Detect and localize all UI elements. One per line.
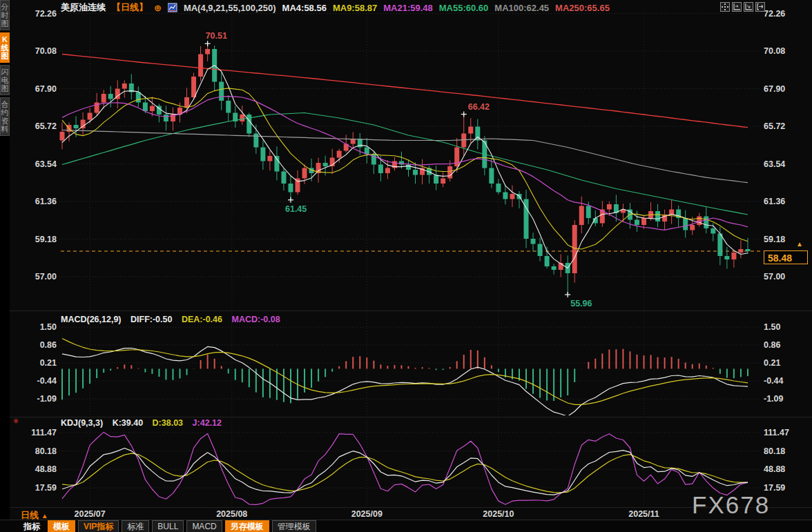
svg-text:80.18: 80.18: [764, 446, 785, 456]
svg-text:-1.09: -1.09: [37, 394, 57, 404]
chart-canvas[interactable]: 70.5166.4261.4555.9672.2672.2670.0870.08…: [0, 0, 812, 532]
axis-labels: 72.2672.2670.0870.0867.9067.9065.7265.72…: [31, 9, 789, 520]
ma21-value: MA21:59.48: [383, 3, 433, 13]
svg-text:61.45: 61.45: [285, 204, 307, 214]
svg-text:59.18: 59.18: [35, 235, 57, 244]
svg-text:67.90: 67.90: [35, 84, 57, 94]
svg-text:2025/07: 2025/07: [75, 509, 106, 519]
bottom-tab-bar: 指标模板VIP指标标准BULLMACD另存模板管理模板: [0, 520, 812, 532]
ma-long-lines: [62, 55, 748, 215]
svg-text:0.86: 0.86: [764, 340, 780, 350]
ma4-value: MA4:58.56: [282, 3, 327, 13]
kdj-j-value: J:42.12: [193, 418, 222, 428]
svg-text:2025/08: 2025/08: [216, 509, 247, 519]
ma-short-lines: [62, 66, 748, 268]
current-price-tag: 58.48: [764, 250, 808, 264]
bottom-tab[interactable]: 指标: [19, 521, 45, 532]
svg-text:65.72: 65.72: [35, 121, 57, 131]
indicator-settings-icon[interactable]: ✳: [12, 417, 19, 426]
svg-text:111.47: 111.47: [31, 428, 57, 437]
trading-app-window: 70.5166.4261.4555.9672.2672.2670.0870.08…: [0, 0, 812, 532]
ma55-value: MA55:60.60: [439, 3, 489, 13]
bottom-tab[interactable]: 管理模板: [272, 520, 316, 532]
bottom-tab[interactable]: BULL: [152, 520, 184, 532]
svg-text:0.21: 0.21: [764, 358, 780, 368]
macd-lines: [62, 339, 748, 417]
macd-pane-header: MACD(26,12,9) DIFF:-0.50 DEA:-0.46 MACD:…: [61, 315, 287, 324]
macd-dea-value: DEA:-0.46: [182, 315, 222, 324]
mini-chart-icon[interactable]: [168, 3, 177, 12]
svg-text:70.08: 70.08: [764, 46, 785, 56]
ma250-value: MA250:65.65: [555, 3, 610, 13]
chart-header: 美原油连续 【日线】 ⊕ MA(4,9,21,55,100,250) MA4:5…: [61, 2, 610, 13]
annotations: 70.5166.4261.4555.96: [205, 31, 592, 308]
svg-text:80.18: 80.18: [35, 446, 57, 456]
chart-toolbar: [720, 2, 765, 12]
period-tag[interactable]: 【日线】: [112, 1, 148, 14]
kdj-lines: [62, 432, 748, 504]
svg-text:2025/11: 2025/11: [628, 509, 659, 519]
svg-text:0.86: 0.86: [40, 340, 57, 350]
ma100-value: MA100:62.45: [494, 3, 549, 13]
svg-text:70.08: 70.08: [35, 46, 57, 56]
kdj-pane-header: KDJ(9,3,3) K:39.40 D:38.03 J:42.12: [61, 418, 229, 428]
price-up-arrow-icon: ▲: [796, 241, 803, 248]
bottom-tab[interactable]: VIP指标: [78, 520, 119, 532]
macd-macd-value: MACD:-0.08: [231, 315, 280, 324]
add-indicator-icon[interactable]: ⊕: [154, 3, 162, 13]
svg-text:67.90: 67.90: [764, 84, 785, 94]
svg-text:59.18: 59.18: [764, 235, 785, 244]
bottom-tab[interactable]: 另存模板: [225, 520, 269, 532]
svg-text:57.00: 57.00: [764, 272, 785, 282]
svg-text:2025/09: 2025/09: [351, 509, 383, 519]
sidebar-item-timeshare[interactable]: 分时图: [0, 0, 10, 30]
symbol-name: 美原油连续: [61, 1, 106, 14]
svg-text:48.88: 48.88: [35, 464, 57, 474]
svg-text:0.21: 0.21: [40, 358, 57, 368]
svg-text:63.54: 63.54: [35, 159, 57, 169]
svg-text:-0.44: -0.44: [37, 376, 57, 386]
svg-text:111.47: 111.47: [764, 428, 789, 437]
kdj-k-value: K:39.40: [113, 418, 143, 428]
bottom-tab[interactable]: 标准: [122, 520, 149, 532]
pan-mode-icon[interactable]: [720, 2, 730, 12]
svg-text:70.51: 70.51: [206, 31, 227, 41]
macd-title: MACD(26,12,9): [61, 315, 122, 324]
period-selector-label: 日线: [21, 510, 39, 520]
kdj-title: KDJ(9,3,3): [61, 418, 103, 428]
sidebar-item-lightning[interactable]: 闪电图: [0, 65, 10, 95]
svg-text:55.96: 55.96: [570, 299, 592, 308]
sidebar-item-contract-info[interactable]: 合约资料: [0, 97, 10, 136]
svg-text:65.72: 65.72: [764, 121, 785, 131]
ma-params-label: MA(4,9,21,55,100,250): [184, 3, 276, 13]
svg-text:1.50: 1.50: [764, 322, 780, 332]
svg-text:61.36: 61.36: [35, 197, 57, 206]
svg-text:63.54: 63.54: [764, 159, 785, 169]
svg-text:72.26: 72.26: [35, 9, 57, 19]
svg-text:-1.09: -1.09: [764, 394, 784, 404]
sidebar-item-kline[interactable]: K线图: [0, 32, 10, 63]
sidebar: 分时图 K线图 闪电图 合约资料: [0, 0, 10, 532]
svg-text:66.42: 66.42: [468, 102, 490, 112]
macd-histogram: [62, 349, 748, 404]
svg-text:1.50: 1.50: [40, 322, 57, 332]
candlesticks: [60, 43, 751, 295]
bottom-tab[interactable]: 模板: [48, 520, 75, 532]
ma9-value: MA9:58.87: [333, 3, 377, 13]
svg-text:17.59: 17.59: [35, 483, 57, 493]
svg-text:48.88: 48.88: [764, 464, 785, 474]
svg-text:-0.44: -0.44: [764, 376, 784, 386]
fx678-watermark: FX678: [692, 491, 770, 519]
zoom-out-range-icon[interactable]: [744, 2, 753, 12]
svg-text:72.26: 72.26: [764, 9, 785, 19]
bottom-tab[interactable]: MACD: [186, 520, 222, 532]
expand-right-icon[interactable]: [755, 2, 765, 12]
zoom-in-range-icon[interactable]: [732, 2, 742, 12]
macd-diff-value: DIFF:-0.50: [130, 315, 172, 324]
svg-text:57.00: 57.00: [35, 272, 57, 282]
svg-text:2025/10: 2025/10: [483, 509, 514, 519]
svg-text:61.36: 61.36: [764, 197, 785, 206]
period-selector-arrow-icon: ▲: [41, 512, 48, 520]
kdj-d-value: D:38.03: [153, 418, 183, 428]
